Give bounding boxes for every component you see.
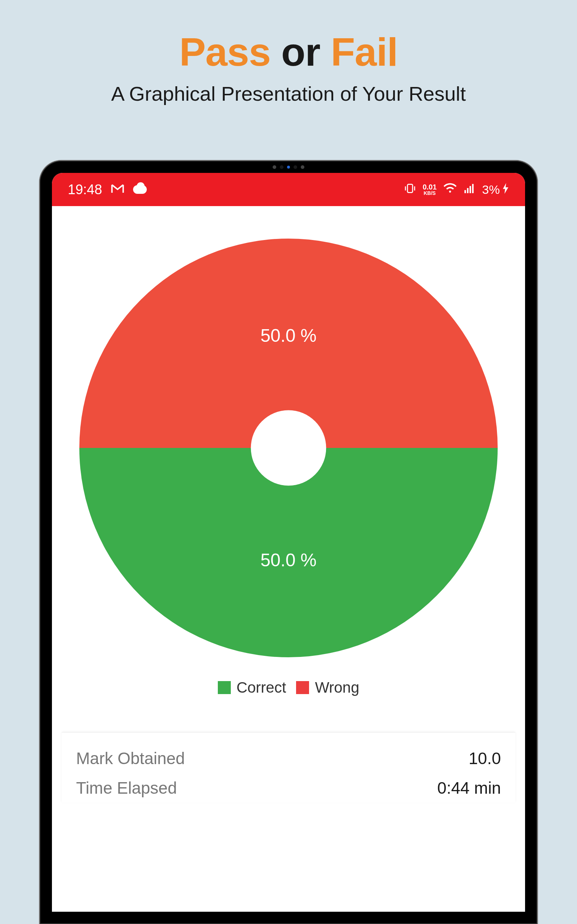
hero-title: Pass or Fail: [0, 29, 577, 75]
svg-rect-6: [472, 184, 474, 194]
legend-swatch-correct: [218, 681, 231, 694]
wifi-icon: [443, 181, 457, 198]
hero-fail: Fail: [331, 30, 398, 74]
hero-pass: Pass: [179, 30, 271, 74]
cloud-icon: [133, 185, 147, 194]
app-content: 50.0 % 50.0 % Correct Wrong Mark Obtaine…: [52, 206, 525, 912]
charging-icon: [502, 183, 509, 196]
correct-slice-label: 50.0 %: [260, 550, 317, 571]
svg-rect-3: [464, 190, 466, 194]
svg-point-7: [251, 410, 326, 486]
hero-subtitle: A Graphical Presentation of Your Result: [0, 82, 577, 105]
legend-label-wrong: Wrong: [315, 679, 359, 696]
result-donut-chart: 50.0 % 50.0 %: [79, 239, 498, 657]
status-bar: 19:48 0.01 KB/S: [52, 173, 525, 206]
net-speed-indicator: 0.01 KB/S: [423, 183, 437, 195]
hero-section: Pass or Fail A Graphical Presentation of…: [0, 0, 577, 105]
status-time: 19:48: [68, 182, 102, 197]
tablet-screen: 19:48 0.01 KB/S: [52, 173, 525, 912]
battery-indicator: 3%: [482, 183, 509, 197]
mark-obtained-row: Mark Obtained 10.0: [76, 743, 501, 773]
time-elapsed-value: 0:44 min: [437, 778, 501, 798]
legend-label-correct: Correct: [237, 679, 286, 696]
wrong-slice-label: 50.0 %: [260, 325, 317, 346]
svg-rect-4: [467, 188, 469, 193]
signal-icon: [463, 182, 475, 197]
vibrate-icon: [404, 182, 416, 197]
mark-obtained-label: Mark Obtained: [76, 749, 185, 768]
camera-notch: [272, 165, 305, 169]
mark-obtained-value: 10.0: [469, 749, 501, 768]
time-elapsed-row: Time Elapsed 0:44 min: [76, 773, 501, 803]
svg-rect-0: [408, 184, 413, 192]
svg-rect-5: [469, 186, 471, 193]
time-elapsed-label: Time Elapsed: [76, 778, 177, 798]
legend-wrong: Wrong: [296, 679, 359, 696]
legend-swatch-wrong: [296, 681, 309, 694]
legend-correct: Correct: [218, 679, 286, 696]
gmail-icon: [111, 183, 124, 197]
results-panel: Mark Obtained 10.0 Time Elapsed 0:44 min: [62, 732, 515, 803]
tablet-frame: 19:48 0.01 KB/S: [40, 161, 537, 924]
hero-or: or: [281, 30, 320, 74]
chart-legend: Correct Wrong: [218, 679, 359, 696]
